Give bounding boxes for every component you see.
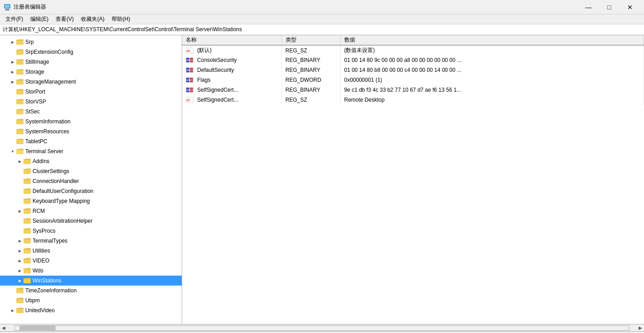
svg-text:ab: ab xyxy=(187,58,190,61)
folder-icon-terminalserver xyxy=(16,148,24,155)
tree-item-addins[interactable]: AddIns xyxy=(0,156,182,166)
tree-item-sysprocs[interactable]: SysProcs xyxy=(0,226,182,236)
minimize-button[interactable]: — xyxy=(578,0,599,14)
tree-item-sessionarb[interactable]: SessionArbitrationHelper xyxy=(0,216,182,226)
tree-item-srpextension[interactable]: SrpExtensionConfig xyxy=(0,47,182,57)
scroll-thumb[interactable] xyxy=(19,326,56,330)
tree-item-storvsp[interactable]: StorVSP xyxy=(0,97,182,107)
col-header-name[interactable]: 名称 xyxy=(182,35,282,45)
svg-rect-1 xyxy=(5,5,9,8)
folder-icon-systemresources xyxy=(16,128,24,135)
scroll-right-arrow[interactable]: ▶ xyxy=(637,325,644,330)
menu-help[interactable]: 帮助(H) xyxy=(108,14,134,24)
reg-type: REG_DWORD xyxy=(282,75,340,85)
menu-favorites[interactable]: 收藏夹(A) xyxy=(77,14,108,24)
tree-item-stillimage[interactable]: StillImage xyxy=(0,57,182,67)
folder-icon-systeminformation xyxy=(16,118,24,125)
menu-view[interactable]: 查看(V) xyxy=(52,14,77,24)
tree-item-clustersettings[interactable]: ClusterSettings xyxy=(0,166,182,176)
tree-item-keyboardtype[interactable]: KeyboardType Mapping xyxy=(0,196,182,206)
svg-text:ab: ab xyxy=(186,49,190,53)
tree-item-systemresources[interactable]: SystemResources xyxy=(0,127,182,136)
tree-item-rcm[interactable]: RCM xyxy=(0,206,182,216)
col-header-type[interactable]: 类型 xyxy=(282,35,340,45)
tree-item-storagemanagement[interactable]: StorageManagement xyxy=(0,77,182,87)
toggle-wds[interactable] xyxy=(16,267,24,274)
tree-item-defaultuserconfig[interactable]: DefaultUserConfiguration xyxy=(0,186,182,196)
tree-item-systeminformation[interactable]: SystemInformation xyxy=(0,117,182,127)
tree-item-ubpm[interactable]: Ubpm xyxy=(0,295,182,305)
table-row[interactable]: ab 01 DefaultSecurity REG_BINARY 01 00 1… xyxy=(182,65,644,75)
svg-rect-2 xyxy=(5,9,9,10)
tree-item-stsec[interactable]: StSec xyxy=(0,107,182,117)
maximize-button[interactable]: □ xyxy=(599,0,620,14)
tree-item-srp[interactable]: Srp xyxy=(0,37,182,47)
horizontal-scrollbar[interactable]: ◀ ▶ xyxy=(0,324,644,331)
tree-item-connectionhandler[interactable]: ConnectionHandler xyxy=(0,176,182,186)
tree-label-unitedvideo: UnitedVideo xyxy=(25,307,55,314)
toggle-storage[interactable] xyxy=(9,68,16,75)
tree-item-storport[interactable]: StorPort xyxy=(0,87,182,97)
reg-data: 01 00 14 80 9c 00 00 00 a8 00 00 00 00 0… xyxy=(340,55,644,65)
tree-item-winstations[interactable]: WinStations xyxy=(0,276,182,286)
reg-type: REG_BINARY xyxy=(282,85,340,95)
tree-item-utilities[interactable]: Utilities xyxy=(0,246,182,256)
menu-edit[interactable]: 编辑(E) xyxy=(27,14,52,24)
tree-label-storage: Storage xyxy=(25,69,44,75)
main-area: Srp SrpExtensionConfig StillImage xyxy=(0,35,644,324)
svg-text:ab: ab xyxy=(186,98,190,102)
tree-item-video[interactable]: VIDEO xyxy=(0,256,182,266)
tree-label-storport: StorPort xyxy=(25,89,45,95)
reg-type: REG_BINARY xyxy=(282,55,340,65)
tree-label-winstations: WinStations xyxy=(33,277,61,284)
tree-item-terminaltypes[interactable]: TerminalTypes xyxy=(0,236,182,246)
toggle-utilities[interactable] xyxy=(16,247,24,254)
tree-item-tabletpc[interactable]: TabletPC xyxy=(0,136,182,146)
toggle-video[interactable] xyxy=(16,257,24,264)
tree-item-terminalserver[interactable]: Terminal Server xyxy=(0,146,182,156)
tree-label-utilities: Utilities xyxy=(33,248,50,254)
reg-ab-icon: ab xyxy=(186,47,194,54)
tree-label-clustersettings: ClusterSettings xyxy=(33,168,69,174)
toggle-terminalserver[interactable] xyxy=(9,148,16,155)
toggle-rcm[interactable] xyxy=(16,207,24,215)
toggle-terminaltypes[interactable] xyxy=(16,237,24,244)
tree-item-wds[interactable]: Wds xyxy=(0,266,182,276)
toggle-addins[interactable] xyxy=(16,158,24,165)
menu-file[interactable]: 文件(F) xyxy=(2,14,27,24)
tree-item-unitedvideo[interactable]: UnitedVideo xyxy=(0,305,182,315)
tree-label-video: VIDEO xyxy=(33,258,49,264)
folder-icon-utilities xyxy=(24,247,31,254)
folder-icon-wds xyxy=(24,267,31,274)
tree-item-timezoneinfo[interactable]: TimeZoneInformation xyxy=(0,286,182,295)
folder-icon-connectionhandler xyxy=(24,178,31,185)
reg-type: REG_SZ xyxy=(282,95,340,105)
toggle-winstations[interactable] xyxy=(16,277,24,284)
folder-icon-clustersettings xyxy=(24,168,31,175)
reg-type: REG_BINARY xyxy=(282,65,340,75)
svg-text:ab: ab xyxy=(187,88,190,91)
toggle-unitedvideo[interactable] xyxy=(9,307,16,314)
reg-data: 01 00 14 80 b8 00 00 00 c4 00 00 00 14 0… xyxy=(340,65,644,75)
tree-label-sysprocs: SysProcs xyxy=(33,228,56,234)
table-row[interactable]: ab (默认) REG_SZ (数值未设置) xyxy=(182,45,644,55)
scroll-left-arrow[interactable]: ◀ xyxy=(0,325,7,330)
toggle-stillimage[interactable] xyxy=(9,58,16,66)
scroll-track[interactable] xyxy=(14,325,630,331)
reg-binary-icon3: ab 01 xyxy=(186,77,194,83)
toggle-storagemanagement[interactable] xyxy=(9,78,16,85)
tree-scroll[interactable]: Srp SrpExtensionConfig StillImage xyxy=(0,37,182,324)
toggle-srp[interactable] xyxy=(9,38,16,46)
registry-table: 名称 类型 数据 ab (默认) xyxy=(182,35,644,105)
tree-label-systeminformation: SystemInformation xyxy=(25,118,71,125)
folder-icon-winstations xyxy=(24,277,31,284)
close-button[interactable]: ✕ xyxy=(620,0,640,14)
table-row[interactable]: ab 01 ConsoleSecurity REG_BINARY 01 00 1… xyxy=(182,55,644,65)
tree-label-sessionarb: SessionArbitrationHelper xyxy=(33,218,93,224)
table-row[interactable]: ab 01 Flags REG_DWORD 0x00000001 (1) xyxy=(182,75,644,85)
reg-data: 9e c1 db f3 4c 33 b2 77 10 67 d7 ae f6 1… xyxy=(340,85,644,95)
col-header-data[interactable]: 数据 xyxy=(340,35,644,45)
table-row[interactable]: ab SelfSignedCert... REG_SZ Remote Deskt… xyxy=(182,95,644,105)
table-row[interactable]: ab 01 SelfSignedCert... REG_BINARY 9e c1… xyxy=(182,85,644,95)
tree-item-storage[interactable]: Storage xyxy=(0,67,182,77)
